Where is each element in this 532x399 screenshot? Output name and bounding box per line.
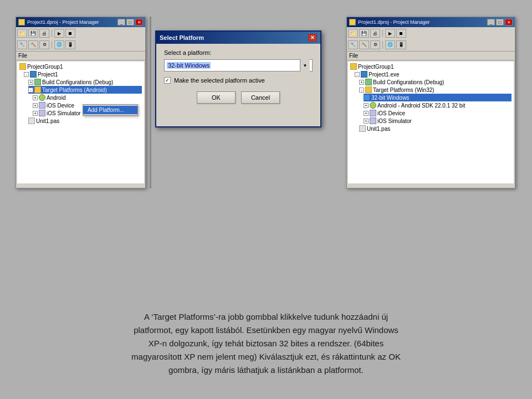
right-toolbar-btn-5[interactable]: ⏹ <box>396 29 406 38</box>
ios-sim-icon <box>370 117 376 124</box>
right-toolbar-btn-2[interactable]: 💾 <box>359 29 369 38</box>
expand-icon[interactable]: + <box>364 111 369 116</box>
dialog-buttons: OK Cancel <box>164 91 313 104</box>
right-tree-row[interactable]: Unit1.pas <box>359 125 511 132</box>
right-toolbar-btn-1[interactable]: 📁 <box>348 29 358 38</box>
cancel-button[interactable]: Cancel <box>241 91 280 104</box>
expand-icon[interactable]: - <box>355 72 360 77</box>
right-tree-row[interactable]: - Project1.exe <box>355 70 511 78</box>
right-maximize-btn[interactable]: □ <box>496 19 504 25</box>
toolbar-btn-8[interactable]: ⚙ <box>39 40 49 49</box>
project-icon <box>30 71 37 78</box>
tree-label: ProjectGroup1 <box>358 64 393 70</box>
tree-label: Build Configurations (Debug) <box>373 79 444 85</box>
right-toolbar-btn-10[interactable]: 📱 <box>396 40 406 49</box>
right-tree-row[interactable]: + Build Configurations (Debug) <box>359 78 511 86</box>
toolbar-btn-1[interactable]: 📁 <box>17 29 27 38</box>
toolbar-btn-6[interactable]: 🔧 <box>17 40 27 49</box>
checkbox-row: ✓ Make the selected platform active <box>164 77 313 84</box>
dialog-platform-label: Select a platform: <box>164 49 313 56</box>
folder-icon <box>34 86 41 93</box>
right-toolbar-btn-8[interactable]: ⚙ <box>370 40 380 49</box>
right-toolbar-btn-3[interactable]: 🖨 <box>370 29 380 38</box>
expand-icon[interactable]: + <box>359 80 364 85</box>
right-close-btn[interactable]: ✕ <box>505 19 513 25</box>
file-icon <box>359 125 366 132</box>
right-title-icon <box>349 19 356 25</box>
context-menu[interactable]: Add Platform... <box>83 104 138 116</box>
tree-label: iOS Device <box>377 110 405 116</box>
right-menu[interactable]: File <box>347 52 515 60</box>
active-platform-checkbox[interactable]: ✓ <box>164 77 171 84</box>
tree-label: Project1 <box>38 71 58 78</box>
left-menu[interactable]: File <box>16 52 145 60</box>
expand-icon[interactable]: + <box>33 103 38 108</box>
left-title-text: Project1.dproj - Project Manager <box>27 19 99 25</box>
ios-icon <box>39 102 45 109</box>
right-screenshot: Project1.dproj - Project Manager _ □ ✕ 📁… <box>346 17 515 188</box>
menu-file[interactable]: File <box>18 53 27 59</box>
right-minimize-btn[interactable]: _ <box>487 19 495 25</box>
toolbar-sep-2 <box>52 41 52 49</box>
right-menu-file[interactable]: File <box>349 53 358 59</box>
bottom-text-block: A ‘Target Platforms’-ra jobb gombbal kli… <box>33 310 499 377</box>
ios-sim-icon <box>39 110 45 116</box>
bottom-line-5: gombra, így máris láthatjuk a listánkban… <box>168 365 364 375</box>
right-titlebar: Project1.dproj - Project Manager _ □ ✕ <box>347 17 515 27</box>
tree-row[interactable]: ProjectGroup1 <box>19 63 142 70</box>
toolbar-btn-2[interactable]: 💾 <box>28 29 38 38</box>
toolbar-btn-9[interactable]: 🌐 <box>54 40 64 49</box>
right-tree-row[interactable]: ProjectGroup1 <box>350 63 511 70</box>
tree-label: ProjectGroup1 <box>27 64 63 70</box>
toolbar-btn-10[interactable]: 📱 <box>65 40 75 49</box>
select-platform-dialog: Select Platform ✕ Select a platform: 32-… <box>155 30 321 127</box>
right-toolbar-btn-6[interactable]: 🔧 <box>348 40 358 49</box>
right-toolbar: 📁 💾 🖨 ▶ ⏹ 🔧 🔨 ⚙ 🌐 📱 <box>347 27 515 52</box>
toolbar-btn-7[interactable]: 🔨 <box>28 40 38 49</box>
expand-icon[interactable]: + <box>364 103 369 108</box>
tree-row[interactable]: + Android <box>33 94 142 101</box>
android-icon <box>39 94 45 101</box>
left-maximize-btn[interactable]: □ <box>126 19 134 25</box>
ios-icon <box>370 110 376 116</box>
left-title-icon <box>18 19 25 25</box>
bottom-line-2: platformot, egy kapott listából. Esetünk… <box>134 325 398 335</box>
dialog-body: Select a platform: 32-bit Windows ▼ ✓ Ma… <box>156 44 320 109</box>
right-toolbar-btn-7[interactable]: 🔨 <box>359 40 369 49</box>
ok-button[interactable]: OK <box>197 91 236 104</box>
right-toolbar-btn-4[interactable]: ▶ <box>385 29 395 38</box>
tree-label: Target Platforms (Android) <box>42 87 107 93</box>
right-tree-row-selected[interactable]: 32-bit Windows <box>364 94 511 101</box>
tree-label: Project1.exe <box>369 71 400 78</box>
tree-label: Target Platforms (Win32) <box>373 87 434 93</box>
toolbar-btn-3[interactable]: 🖨 <box>39 29 49 38</box>
left-minimize-btn[interactable]: _ <box>117 19 125 25</box>
expand-icon[interactable]: - <box>24 72 29 77</box>
expand-icon[interactable]: + <box>28 80 33 85</box>
right-toolbar-btn-9[interactable]: 🌐 <box>385 40 395 49</box>
right-tree-row[interactable]: + iOS Device <box>364 109 511 117</box>
folder-icon <box>365 86 372 93</box>
right-tree-row[interactable]: + Android - Android SDK 22.0.1 32 bit <box>364 101 511 109</box>
left-tree: ProjectGroup1 - Project1 + Build Configu… <box>17 62 144 183</box>
right-tree-row[interactable]: - Target Platforms (Win32) <box>359 86 511 94</box>
platform-select[interactable]: 32-bit Windows ▼ <box>164 59 313 71</box>
expand-icon[interactable]: - <box>28 88 33 93</box>
bottom-line-3: XP-n dolgozunk, így tehát biztosan 32 bi… <box>149 339 383 348</box>
context-add-platform[interactable]: Add Platform... <box>83 106 137 114</box>
select-arrow-icon[interactable]: ▼ <box>300 59 310 71</box>
toolbar-btn-4[interactable]: ▶ <box>54 29 64 38</box>
tree-row[interactable]: Unit1.pas <box>28 117 142 125</box>
tree-row-selected[interactable]: - Target Platforms (Android) <box>28 86 142 94</box>
expand-icon[interactable]: + <box>33 111 38 116</box>
tree-row[interactable]: - Project1 <box>24 70 142 78</box>
tree-row[interactable]: + Build Configurations (Debug) <box>28 78 142 86</box>
expand-icon[interactable]: + <box>364 119 369 124</box>
toolbar-btn-5[interactable]: ⏹ <box>65 29 75 38</box>
tree-label: iOS Simulator <box>47 110 81 116</box>
dialog-close-button[interactable]: ✕ <box>308 34 317 42</box>
expand-icon[interactable]: + <box>33 95 38 100</box>
expand-icon[interactable]: - <box>359 88 364 93</box>
right-tree-row[interactable]: + iOS Simulator <box>364 117 511 125</box>
left-close-btn[interactable]: ✕ <box>135 19 143 25</box>
